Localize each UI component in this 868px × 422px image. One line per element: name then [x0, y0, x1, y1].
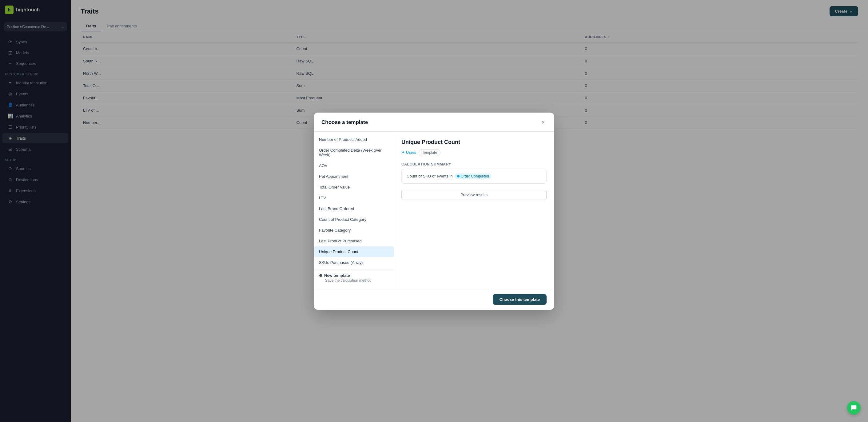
- event-badge: Order Completed: [455, 174, 492, 179]
- new-template-section: ⊕ New template Save the calculation meth…: [314, 269, 394, 287]
- choose-template-button[interactable]: Choose this template: [493, 294, 547, 305]
- users-tag-label: Users: [406, 150, 416, 155]
- template-list-item-count-product-category[interactable]: Count of Product Category: [314, 214, 394, 225]
- choose-template-modal: Choose a template × Number of Products A…: [314, 113, 554, 310]
- preview-results-button[interactable]: Preview results: [401, 190, 547, 200]
- detail-title: Unique Product Count: [401, 139, 547, 146]
- template-list-item-last-product-purchased[interactable]: Last Product Purchased: [314, 236, 394, 246]
- template-detail: Unique Product Count ✦ Users Template Ca…: [394, 132, 554, 289]
- template-list-item-num-products-added[interactable]: Number of Products Added: [314, 134, 394, 145]
- calculation-text-pre: Count of SKU of events in: [407, 174, 453, 178]
- plus-icon: ⊕: [319, 273, 322, 278]
- template-list-item-aov[interactable]: AOV: [314, 160, 394, 171]
- users-tag[interactable]: ✦ Users: [401, 149, 416, 156]
- template-list-item-order-completed-delta[interactable]: Order Completed Delta (Week over Week): [314, 145, 394, 160]
- chat-bubble[interactable]: [847, 401, 861, 415]
- template-list-item-total-order-value[interactable]: Total Order Value: [314, 182, 394, 192]
- new-template-sub: Save the calculation method: [319, 278, 389, 283]
- detail-tags: ✦ Users Template: [401, 149, 547, 156]
- template-list-item-pet-appointment[interactable]: Pet Appointment: [314, 171, 394, 182]
- modal-header: Choose a template ×: [314, 113, 554, 132]
- modal-body: Number of Products AddedOrder Completed …: [314, 132, 554, 289]
- chat-icon: [851, 405, 857, 411]
- calculation-section-label: Calculation summary: [401, 162, 547, 167]
- template-list-item-last-brand-ordered[interactable]: Last Brand Ordered: [314, 203, 394, 214]
- template-list: Number of Products AddedOrder Completed …: [314, 132, 394, 289]
- modal-close-button[interactable]: ×: [539, 119, 547, 126]
- new-template-label[interactable]: ⊕ New template: [319, 273, 389, 278]
- users-icon: ✦: [401, 150, 405, 155]
- modal-footer: Choose this template: [314, 289, 554, 310]
- event-name: Order Completed: [461, 174, 489, 178]
- template-list-item-ltv[interactable]: LTV: [314, 192, 394, 203]
- template-tag: Template: [418, 149, 440, 156]
- modal-overlay: Choose a template × Number of Products A…: [0, 0, 868, 422]
- event-dot-icon: [457, 175, 460, 178]
- template-list-item-favorite-category[interactable]: Favorite Category: [314, 225, 394, 236]
- template-list-item-unique-product-count[interactable]: Unique Product Count: [314, 246, 394, 257]
- calculation-summary-box: Count of SKU of events in Order Complete…: [401, 169, 547, 184]
- modal-title: Choose a template: [321, 119, 368, 125]
- template-list-item-skus-purchased[interactable]: SKUs Purchased (Array): [314, 257, 394, 268]
